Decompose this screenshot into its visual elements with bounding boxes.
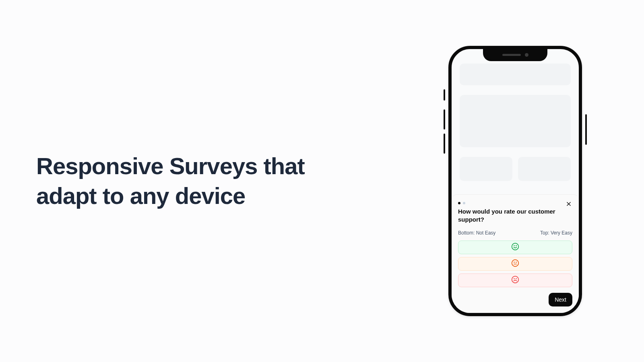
happy-face-icon [511,243,519,252]
app-content-placeholder [452,49,579,194]
progress-dots [458,202,572,204]
headline-region: Responsive Surveys that adapt to any dev… [0,151,386,211]
neutral-face-icon [511,259,519,269]
svg-point-9 [512,276,519,283]
svg-point-10 [514,278,514,279]
scale-top-label: Top: Very Easy [540,230,572,236]
rating-options [458,241,572,287]
page-headline: Responsive Surveys that adapt to any dev… [36,151,370,211]
next-button[interactable]: Next [549,293,572,306]
rating-option-happy[interactable] [458,241,572,254]
phone-side-button [444,89,445,101]
phone-side-button [444,109,445,130]
placeholder-block [460,95,571,147]
phone-side-button [585,114,587,145]
svg-point-2 [512,243,519,250]
svg-point-4 [516,245,516,246]
survey-question-text: How would you rate our customer support? [458,208,572,224]
phone-screen: How would you rate our customer support?… [452,49,579,313]
rating-option-sad[interactable] [458,274,572,287]
scale-labels: Bottom: Not Easy Top: Very Easy [458,230,572,236]
placeholder-block [518,157,571,181]
survey-card: How would you rate our customer support?… [452,194,579,313]
progress-dot [463,202,465,204]
placeholder-block [460,64,571,85]
card-actions: Next [458,293,572,306]
placeholder-row [460,157,571,181]
close-button[interactable] [565,201,572,208]
svg-point-8 [516,262,516,262]
svg-point-7 [514,262,514,262]
page-root: Responsive Surveys that adapt to any dev… [0,0,644,362]
phone-side-button [444,134,445,154]
svg-point-3 [514,245,514,246]
device-region: How would you rate our customer support?… [386,46,644,316]
scale-bottom-label: Bottom: Not Easy [458,230,495,236]
rating-option-neutral[interactable] [458,257,572,271]
progress-dot-active [458,202,460,204]
svg-point-5 [512,260,519,267]
close-icon [566,201,572,208]
placeholder-block [460,157,512,181]
phone-frame: How would you rate our customer support?… [448,46,582,316]
svg-point-11 [516,278,516,279]
sad-face-icon [511,276,519,285]
